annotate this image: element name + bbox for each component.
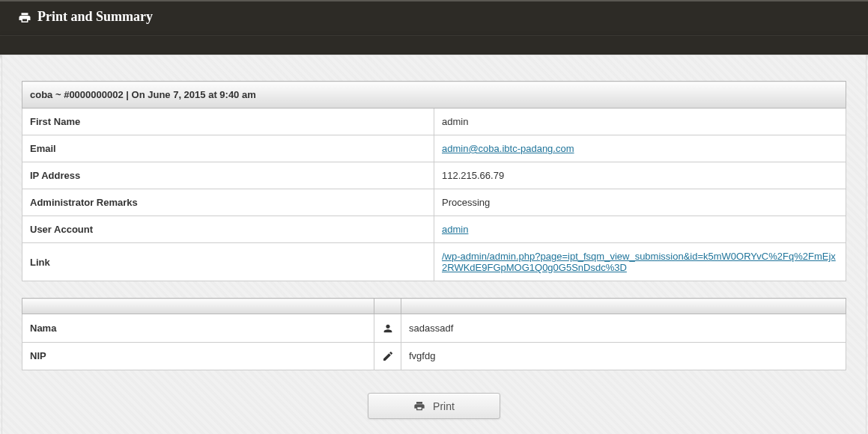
- table-row: Administrator Remarks Processing: [22, 189, 846, 216]
- account-link[interactable]: admin: [442, 224, 468, 235]
- value-email: admin@coba.ibtc-padang.com: [434, 135, 846, 162]
- label-ip: IP Address: [22, 162, 434, 189]
- print-button-wrap: Print: [22, 393, 846, 419]
- table-row: First Name admin: [22, 109, 846, 135]
- value-remarks: Processing: [434, 189, 846, 216]
- label-first-name: First Name: [22, 109, 434, 135]
- fields-table: Nama sadassadf NIP fvgfdg: [22, 298, 846, 370]
- value-nama: sadassadf: [401, 314, 846, 343]
- page-header: Print and Summary: [0, 0, 868, 35]
- print-button[interactable]: Print: [368, 393, 500, 419]
- value-link: /wp-admin/admin.php?page=ipt_fsqm_view_s…: [434, 243, 846, 281]
- value-nip: fvgfdg: [401, 342, 846, 370]
- table-row: Email admin@coba.ibtc-padang.com: [22, 135, 846, 162]
- table-row: NIP fvgfdg: [22, 342, 846, 370]
- print-icon: [413, 400, 425, 412]
- person-icon: [382, 322, 394, 333]
- label-remarks: Administrator Remarks: [22, 189, 434, 216]
- label-nip: NIP: [22, 342, 374, 370]
- person-icon-cell: [374, 314, 401, 343]
- value-ip: 112.215.66.79: [434, 162, 846, 189]
- fields-col-icon: [374, 299, 401, 314]
- summary-table-header-row: coba ~ #0000000002 | On June 7, 2015 at …: [22, 82, 846, 109]
- email-link[interactable]: admin@coba.ibtc-padang.com: [442, 143, 574, 154]
- pencil-icon-cell: [374, 342, 401, 370]
- print-icon: [18, 9, 31, 25]
- label-email: Email: [22, 135, 434, 162]
- table-row: Nama sadassadf: [22, 314, 846, 343]
- value-account: admin: [434, 216, 846, 243]
- content-area: coba ~ #0000000002 | On June 7, 2015 at …: [1, 55, 867, 434]
- pencil-icon: [382, 350, 394, 361]
- fields-table-header-row: [22, 299, 846, 314]
- table-row: IP Address 112.215.66.79: [22, 162, 846, 189]
- submission-link[interactable]: /wp-admin/admin.php?page=ipt_fsqm_view_s…: [442, 251, 836, 273]
- value-first-name: admin: [434, 109, 846, 135]
- label-link: Link: [22, 243, 434, 281]
- print-button-label: Print: [433, 400, 455, 412]
- label-nama: Nama: [22, 314, 374, 343]
- summary-table-header: coba ~ #0000000002 | On June 7, 2015 at …: [22, 82, 846, 109]
- table-row: User Account admin: [22, 216, 846, 243]
- table-row: Link /wp-admin/admin.php?page=ipt_fsqm_v…: [22, 243, 846, 281]
- fields-col-label: [22, 299, 374, 314]
- header-band: [0, 35, 868, 55]
- summary-table: coba ~ #0000000002 | On June 7, 2015 at …: [22, 81, 846, 281]
- page-title: Print and Summary: [37, 9, 153, 25]
- fields-col-value: [401, 299, 846, 314]
- label-account: User Account: [22, 216, 434, 243]
